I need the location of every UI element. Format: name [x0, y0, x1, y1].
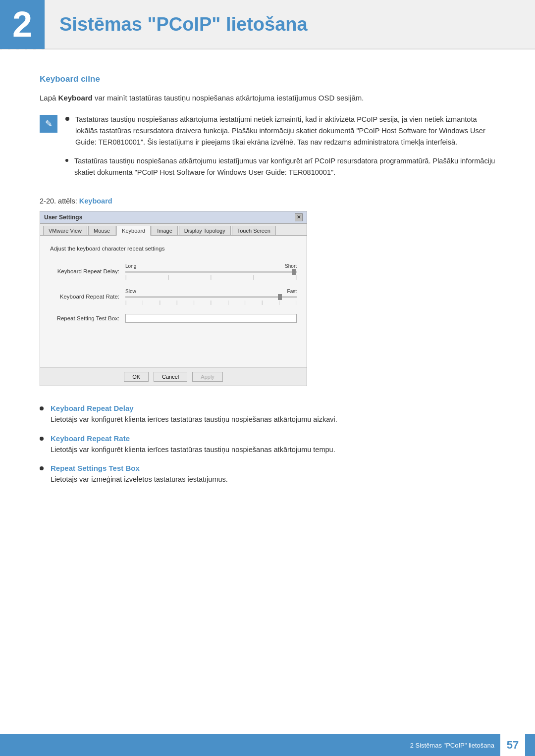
keyboard-repeat-rate-label: Keyboard Repeat Rate:: [50, 294, 119, 300]
bullet-item-2: Repeat Settings Test Box Lietotājs var i…: [40, 464, 495, 485]
keyboard-repeat-rate-thumb[interactable]: [278, 294, 282, 300]
tab-keyboard[interactable]: Keyboard: [116, 226, 151, 236]
ok-button[interactable]: OK: [124, 372, 149, 382]
dialog-body: Adjust the keyboard character repeat set…: [40, 236, 307, 367]
bullet-title-1: Keyboard Repeat Rate: [51, 434, 335, 443]
repeat-setting-testbox-label: Repeat Setting Test Box:: [50, 315, 119, 321]
note-icon: [40, 115, 57, 133]
note-text-2: Tastatūras taustiņu nospiešanas atkārtoj…: [74, 155, 495, 178]
bullet-desc-1: Lietotājs var konfigurēt klienta ierīces…: [51, 446, 335, 454]
keyboard-repeat-delay-label: Keyboard Repeat Delay:: [50, 268, 119, 274]
bullet-desc-0: Lietotājs var konfigurēt klienta ierīces…: [51, 415, 337, 423]
note-text-1: Tastatūras taustiņu nospiešanas atkārtoj…: [75, 114, 495, 149]
bullet-dot-1: [65, 117, 69, 121]
keyboard-repeat-rate-row: Keyboard Repeat Rate: Slow Fast ||||||||…: [50, 289, 297, 305]
header-title: Sistēmas "PCoIP" lietošana: [59, 14, 308, 35]
dialog-close-button[interactable]: ✕: [295, 213, 303, 221]
dialog-titlebar: User Settings ✕: [40, 211, 307, 224]
bullet-content-2: Repeat Settings Test Box Lietotājs var i…: [51, 464, 228, 485]
keyboard-repeat-delay-slider-container: Long Short |||||: [125, 263, 297, 280]
intro-paragraph: Lapā Keyboard var mainīt tastatūras taus…: [40, 92, 495, 104]
footer-text: 2 Sistēmas "PCoIP" lietošana: [410, 742, 494, 749]
repeat-setting-testbox-input[interactable]: [125, 314, 297, 323]
dialog-description: Adjust the keyboard character repeat set…: [50, 246, 297, 252]
dialog-footer: OK Cancel Apply: [40, 367, 307, 386]
bullet-item-1: Keyboard Repeat Rate Lietotājs var konfi…: [40, 434, 495, 455]
tab-mouse[interactable]: Mouse: [88, 226, 115, 235]
footer-page-number: 57: [500, 734, 525, 756]
bullet-section: Keyboard Repeat Delay Lietotājs var konf…: [40, 404, 495, 485]
main-content: Keyboard cilne Lapā Keyboard var mainīt …: [0, 50, 535, 534]
intro-text-rest: var mainīt tastatūras taustiņu nospiešan…: [95, 94, 364, 102]
keyboard-repeat-delay-row: Keyboard Repeat Delay: Long Short |||||: [50, 263, 297, 280]
tab-image[interactable]: Image: [152, 226, 178, 235]
bullet-desc-2: Lietotājs var izmēģināt izvēlētos tastat…: [51, 475, 228, 483]
delay-range-labels: Long Short: [125, 263, 297, 269]
figure-caption: 2-20. attēls: Keyboard: [40, 197, 495, 205]
keyboard-repeat-rate-slider-container: Slow Fast |||||||||||: [125, 289, 297, 305]
keyboard-repeat-rate-track[interactable]: [125, 296, 297, 298]
rate-max-label: Fast: [287, 289, 297, 294]
bullet-circle-1: [40, 437, 44, 441]
note-bullet-1: Tastatūras taustiņu nospiešanas atkārtoj…: [65, 114, 495, 149]
note-bullets: Tastatūras taustiņu nospiešanas atkārtoj…: [65, 114, 495, 185]
apply-button[interactable]: Apply: [192, 372, 223, 382]
note-container: Tastatūras taustiņu nospiešanas atkārtoj…: [40, 114, 495, 185]
bullet-content-1: Keyboard Repeat Rate Lietotājs var konfi…: [51, 434, 335, 455]
bullet-content-0: Keyboard Repeat Delay Lietotājs var konf…: [51, 404, 337, 425]
dialog-spacer: [50, 333, 297, 362]
rate-range-labels: Slow Fast: [125, 289, 297, 294]
section-title: Keyboard cilne: [40, 74, 495, 84]
bullet-circle-2: [40, 466, 44, 470]
page-footer: 2 Sistēmas "PCoIP" lietošana 57: [0, 734, 535, 756]
rate-min-label: Slow: [125, 289, 136, 294]
tab-display-topology[interactable]: Display Topology: [179, 226, 231, 235]
keyboard-repeat-delay-track[interactable]: [125, 271, 297, 273]
dialog-tabs: VMware View Mouse Keyboard Image Display…: [40, 224, 307, 236]
bullet-title-2: Repeat Settings Test Box: [51, 464, 228, 472]
bullet-title-0: Keyboard Repeat Delay: [51, 404, 337, 412]
delay-min-label: Long: [125, 263, 136, 269]
tab-touch-screen[interactable]: Touch Screen: [232, 226, 276, 235]
figure-caption-keyword: Keyboard: [79, 197, 112, 205]
cancel-button[interactable]: Cancel: [154, 372, 187, 382]
dialog-title: User Settings: [44, 214, 82, 221]
bullet-dot-2: [65, 159, 68, 162]
dialog-box: User Settings ✕ VMware View Mouse Keyboa…: [40, 211, 307, 386]
tab-vmware-view[interactable]: VMware View: [43, 226, 87, 235]
delay-max-label: Short: [285, 263, 297, 269]
intro-bold-keyword: Keyboard: [58, 94, 93, 102]
note-bullet-2: Tastatūras taustiņu nospiešanas atkārtoj…: [65, 155, 495, 178]
dialog-wrapper: User Settings ✕ VMware View Mouse Keyboa…: [40, 211, 495, 386]
chapter-block: 2: [0, 0, 45, 49]
bullet-circle-0: [40, 406, 44, 410]
keyboard-repeat-delay-thumb[interactable]: [292, 269, 296, 275]
header-bar: 2 Sistēmas "PCoIP" lietošana: [0, 0, 535, 50]
chapter-number: 2: [12, 4, 32, 45]
bullet-item-0: Keyboard Repeat Delay Lietotājs var konf…: [40, 404, 495, 425]
repeat-setting-testbox-row: Repeat Setting Test Box:: [50, 314, 297, 323]
